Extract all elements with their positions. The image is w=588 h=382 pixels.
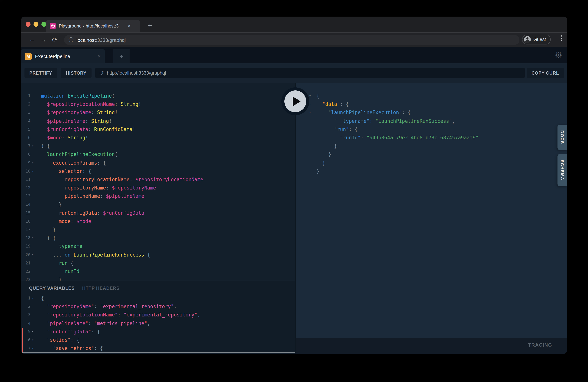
forward-icon[interactable]: → bbox=[38, 36, 49, 43]
code-line[interactable]: } bbox=[296, 142, 567, 150]
code-line[interactable]: 18▾ ) { bbox=[21, 234, 296, 242]
copy-curl-button[interactable]: COPY CURL bbox=[526, 68, 564, 78]
code-line[interactable]: 3 $repositoryName: String! bbox=[21, 109, 296, 117]
address-bar[interactable]: ⓘ localhost:3333/graphql bbox=[64, 35, 520, 45]
code-line[interactable]: 19 __typename bbox=[21, 242, 296, 251]
code-line[interactable]: "__typename": "LaunchPipelineRunSuccess"… bbox=[296, 117, 567, 125]
code-line[interactable]: 13 pipelineName: $pipelineName bbox=[21, 192, 296, 201]
fold-spacer bbox=[30, 134, 35, 142]
fold-arrow-icon[interactable]: ▾ bbox=[30, 344, 35, 353]
tab-label: ExecutePipeline bbox=[35, 54, 97, 59]
code-line[interactable]: 15 runConfigData: $runConfigData bbox=[21, 209, 296, 217]
browser-tab-close-icon[interactable]: ✕ bbox=[127, 23, 131, 29]
code-line[interactable]: 10▾ selector: { bbox=[21, 167, 296, 175]
fold-arrow-icon[interactable]: ▾ bbox=[30, 336, 35, 344]
fold-spacer bbox=[30, 276, 35, 281]
code-text: $repositoryName: String! bbox=[41, 109, 118, 117]
code-line[interactable]: 16 mode: $mode bbox=[21, 217, 296, 226]
code-line[interactable]: 20▾ ... on LaunchPipelineRunSuccess { bbox=[21, 251, 296, 259]
playground-main: 1mutation ExecutePipeline(2 $repositoryL… bbox=[21, 83, 567, 354]
line-number: 10 bbox=[23, 167, 30, 175]
browser-tab-playground[interactable]: Playground - http://localhost:3 ✕ bbox=[46, 20, 140, 32]
fold-arrow-icon[interactable]: ▾ bbox=[30, 142, 35, 150]
code-line[interactable]: 1mutation ExecutePipeline( bbox=[21, 92, 296, 100]
code-line[interactable]: 2 $repositoryLocationName: String! bbox=[21, 100, 296, 108]
code-line[interactable]: 14 } bbox=[21, 201, 296, 209]
schema-side-tab[interactable]: SCHEMA bbox=[558, 154, 567, 186]
url-text: localhost:3333/graphql bbox=[77, 37, 126, 43]
traffic-light-zoom[interactable] bbox=[42, 22, 46, 27]
tab-execute-pipeline[interactable]: M ExecutePipeline ✕ bbox=[21, 49, 105, 63]
profile-button[interactable]: Guest bbox=[522, 35, 551, 44]
endpoint-input[interactable]: ↺ http://localhost:3333/graphql bbox=[95, 68, 525, 78]
execute-query-button[interactable] bbox=[281, 87, 309, 115]
code-line[interactable]: 17 } bbox=[21, 226, 296, 234]
code-line[interactable]: 11 repositoryLocationName: $repositoryLo… bbox=[21, 175, 296, 184]
fold-spacer bbox=[30, 259, 35, 268]
history-button[interactable]: HISTORY bbox=[61, 68, 91, 78]
code-line[interactable]: } bbox=[296, 159, 567, 167]
fold-arrow-icon[interactable]: ▾ bbox=[30, 328, 35, 336]
code-text: } bbox=[316, 150, 331, 159]
fold-spacer bbox=[30, 209, 35, 217]
code-line[interactable]: 7▾) { bbox=[21, 142, 296, 150]
settings-gear-icon[interactable]: ⚙ bbox=[555, 50, 562, 60]
code-line[interactable]: 5 $runConfigData: RunConfigData! bbox=[21, 126, 296, 134]
code-line[interactable]: 6▾ "solids": { bbox=[21, 336, 296, 344]
fold-spacer bbox=[308, 150, 312, 159]
code-line[interactable]: } bbox=[296, 167, 567, 175]
code-line[interactable]: 6 $mode: String! bbox=[21, 134, 296, 142]
code-line[interactable]: ▾ "launchPipelineExecution": { bbox=[296, 109, 567, 117]
horizontal-scrollbar[interactable] bbox=[22, 352, 303, 353]
code-line[interactable]: "runId": "a49b864a-79e2-4be8-b78c-687457… bbox=[296, 134, 567, 142]
line-number: 17 bbox=[23, 226, 30, 234]
code-line[interactable]: 3 "repositoryLocationName": "experimenta… bbox=[21, 311, 296, 319]
code-line[interactable]: 1▾{ bbox=[21, 294, 296, 302]
fold-arrow-icon[interactable]: ▾ bbox=[30, 159, 35, 167]
code-text: "runId": "a49b864a-79e2-4be8-b78c-687457… bbox=[316, 134, 479, 142]
tab-query-variables[interactable]: QUERY VARIABLES bbox=[29, 286, 75, 291]
code-line[interactable]: 21 run { bbox=[21, 259, 296, 268]
variables-editor[interactable]: 1▾{2 "repositoryName": "experimental_rep… bbox=[21, 294, 296, 353]
code-line[interactable]: 22 runId bbox=[21, 268, 296, 276]
browser-new-tab-button[interactable]: + bbox=[145, 20, 155, 31]
back-icon[interactable]: ← bbox=[26, 36, 38, 43]
code-line[interactable]: "run": { bbox=[296, 126, 567, 134]
code-text: "pipelineName": "metrics_pipeline", bbox=[41, 319, 150, 328]
tab-close-icon[interactable]: ✕ bbox=[97, 54, 101, 59]
docs-side-tab[interactable]: DOCS bbox=[558, 125, 567, 150]
line-number: 23 bbox=[23, 276, 30, 281]
fold-spacer bbox=[30, 201, 35, 209]
new-playground-tab-button[interactable]: + bbox=[113, 49, 129, 63]
code-line[interactable]: ▾ "data": { bbox=[296, 100, 567, 108]
reset-endpoint-icon[interactable]: ↺ bbox=[99, 69, 104, 76]
query-editor[interactable]: 1mutation ExecutePipeline(2 $repositoryL… bbox=[21, 83, 296, 281]
tab-http-headers[interactable]: HTTP HEADERS bbox=[82, 286, 120, 291]
site-info-icon[interactable]: ⓘ bbox=[68, 37, 73, 43]
code-line[interactable]: 23 } bbox=[21, 276, 296, 281]
code-line[interactable]: ▾{ bbox=[296, 92, 567, 100]
response-viewer[interactable]: ▾{▾ "data": {▾ "launchPipelineExecution"… bbox=[296, 83, 567, 338]
code-line[interactable]: 9▾ executionParams: { bbox=[21, 159, 296, 167]
traffic-light-close[interactable] bbox=[26, 22, 30, 27]
code-line[interactable]: 12 repositoryName: $repositoryName bbox=[21, 184, 296, 192]
reload-icon[interactable]: ⟳ bbox=[49, 36, 60, 43]
code-line[interactable]: 7▾ "save_metrics": { bbox=[21, 344, 296, 353]
traffic-light-minimize[interactable] bbox=[34, 22, 39, 27]
browser-menu-icon[interactable] bbox=[558, 35, 565, 41]
prettify-button[interactable]: PRETTIFY bbox=[24, 68, 57, 78]
fold-spacer bbox=[308, 142, 312, 150]
fold-arrow-icon[interactable]: ▾ bbox=[30, 294, 35, 302]
code-line[interactable]: 2 "repositoryName": "experimental_reposi… bbox=[21, 302, 296, 311]
fold-arrow-icon[interactable]: ▾ bbox=[30, 167, 35, 175]
fold-arrow-icon[interactable]: ▾ bbox=[30, 251, 35, 259]
code-line[interactable]: 8 launchPipelineExecution( bbox=[21, 150, 296, 159]
code-line[interactable]: } bbox=[296, 150, 567, 159]
code-line[interactable]: 5▾ "runConfigData": { bbox=[21, 328, 296, 336]
code-line[interactable]: 4 "pipelineName": "metrics_pipeline", bbox=[21, 319, 296, 328]
code-line[interactable]: 4 $pipelineName: String! bbox=[21, 117, 296, 125]
tracing-label[interactable]: TRACING bbox=[528, 342, 552, 348]
fold-arrow-icon[interactable]: ▾ bbox=[30, 234, 35, 242]
code-text: } bbox=[316, 167, 319, 175]
fold-arrow-icon[interactable]: ▾ bbox=[308, 109, 312, 117]
